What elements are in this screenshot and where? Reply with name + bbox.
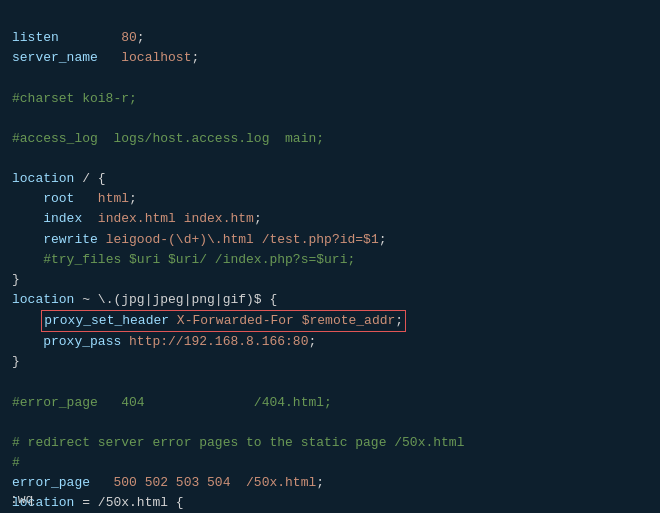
line-10: index index.html index.htm; bbox=[12, 211, 262, 226]
line-6: #access_log logs/host.access.log main; bbox=[12, 131, 324, 146]
line-13: } bbox=[12, 272, 20, 287]
line-22: # bbox=[12, 455, 20, 470]
vim-command: :wq bbox=[10, 492, 33, 507]
line-9: root html; bbox=[12, 191, 137, 206]
line-23: error_page 500 502 503 504 /50x.html; bbox=[12, 475, 324, 490]
line-19: #error_page 404 /404.html; bbox=[12, 395, 332, 410]
line-4: #charset koi8-r; bbox=[12, 91, 137, 106]
line-12: #try_files $uri $uri/ /index.php?s=$uri; bbox=[12, 252, 355, 267]
line-2: server_name localhost; bbox=[12, 50, 199, 65]
code-content: listen 80; server_name localhost; #chars… bbox=[12, 8, 648, 513]
line-8: location / { bbox=[12, 171, 106, 186]
line-14: location ~ \.(jpg|jpeg|png|gif)$ { bbox=[12, 292, 277, 307]
line-15: proxy_set_header X-Forwarded-For $remote… bbox=[12, 313, 404, 328]
line-17: } bbox=[12, 354, 20, 369]
line-21: # redirect server error pages to the sta… bbox=[12, 435, 464, 450]
highlighted-proxy-line: proxy_set_header X-Forwarded-For $remote… bbox=[41, 310, 406, 332]
terminal-window: listen 80; server_name localhost; #chars… bbox=[0, 0, 660, 513]
line-11: rewrite leigood-(\d+)\.html /test.php?id… bbox=[12, 232, 387, 247]
line-1: listen 80; bbox=[12, 30, 145, 45]
vim-command-line[interactable]: :wq bbox=[0, 490, 43, 509]
line-16: proxy_pass http://192.168.8.166:80; bbox=[12, 334, 316, 349]
